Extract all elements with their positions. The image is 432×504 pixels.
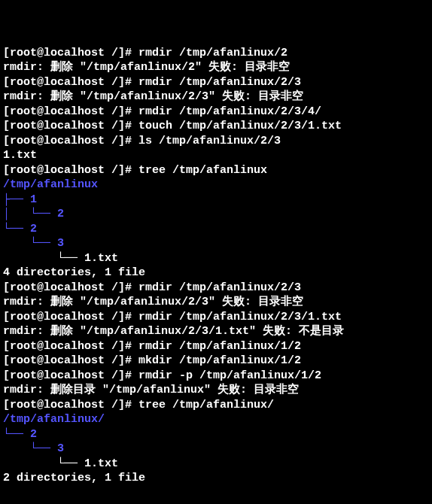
terminal-line: [root@localhost /]# tree /tmp/afanlinux [3,163,429,178]
terminal-line: [root@localhost /]# rmdir /tmp/afanlinux… [3,105,429,120]
terminal-line: │ └── 2 [3,207,429,222]
terminal-output[interactable]: [root@localhost /]# rmdir /tmp/afanlinux… [3,46,429,486]
terminal-line: └── 2 [3,222,429,237]
terminal-line: 2 directories, 1 file [3,471,429,486]
terminal-line: 4 directories, 1 file [3,266,429,281]
terminal-line: [root@localhost /]# ls /tmp/afanlinux/2/… [3,134,429,149]
terminal-line: └── 3 [3,236,429,251]
terminal-line: [root@localhost /]# mkdir /tmp/afanlinux… [3,354,429,369]
terminal-line: rmdir: 删除 "/tmp/afanlinux/2/3/1.txt" 失败:… [3,324,429,339]
terminal-line: [root@localhost /]# rmdir /tmp/afanlinux… [3,310,429,325]
terminal-line: [root@localhost /]# touch /tmp/afanlinux… [3,119,429,134]
terminal-line: └── 2 [3,427,429,442]
terminal-line: ├── 1 [3,193,429,208]
terminal-line: [root@localhost /]# rmdir /tmp/afanlinux… [3,281,429,296]
terminal-line: [root@localhost /]# rmdir /tmp/afanlinux… [3,75,429,90]
terminal-line: [root@localhost /]# rmdir -p /tmp/afanli… [3,369,429,384]
terminal-line: 1.txt [3,148,429,163]
terminal-line: rmdir: 删除 "/tmp/afanlinux/2" 失败: 目录非空 [3,60,429,75]
terminal-line: [root@localhost /]# tree /tmp/afanlinux/ [3,398,429,413]
terminal-line: └── 1.txt [3,457,429,472]
terminal-line: └── 3 [3,442,429,457]
terminal-line: rmdir: 删除 "/tmp/afanlinux/2/3" 失败: 目录非空 [3,295,429,310]
terminal-line: /tmp/afanlinux [3,178,429,193]
terminal-line: rmdir: 删除目录 "/tmp/afanlinux" 失败: 目录非空 [3,383,429,398]
terminal-line: /tmp/afanlinux/ [3,412,429,427]
terminal-line: rmdir: 删除 "/tmp/afanlinux/2/3" 失败: 目录非空 [3,90,429,105]
terminal-line: [root@localhost /]# rmdir /tmp/afanlinux… [3,46,429,61]
terminal-line: [root@localhost /]# rmdir /tmp/afanlinux… [3,339,429,354]
terminal-line: └── 1.txt [3,251,429,266]
